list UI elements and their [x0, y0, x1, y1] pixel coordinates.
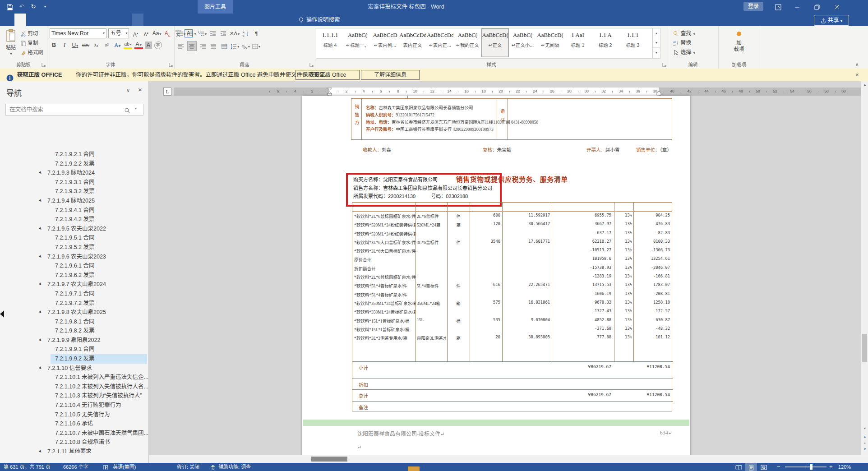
styles-dialog-launcher-icon[interactable] — [662, 63, 667, 67]
multilevel-list-button[interactable]: ▾ — [198, 29, 207, 38]
ribbon-tab[interactable] — [120, 14, 132, 26]
expand-triangle-icon[interactable]: ▶ — [37, 197, 45, 205]
justify-button[interactable] — [209, 42, 218, 51]
nav-heading-item[interactable]: ▶ 7.2.1.9.3 脉动2024 — [0, 168, 148, 178]
select-button[interactable]: 选择 ▾ — [673, 48, 695, 57]
expand-triangle-icon[interactable]: ▶ — [37, 169, 45, 177]
expand-triangle-icon[interactable]: ▶ — [37, 364, 45, 372]
show-hide-marks-button[interactable]: ¶ — [252, 29, 261, 38]
zoom-in-button[interactable]: + — [829, 463, 833, 471]
shrink-font-button[interactable]: A▾ — [142, 29, 150, 38]
distribute-button[interactable] — [220, 42, 229, 51]
nav-heading-item[interactable]: ▶ 7.2.1.9.6.2 发票 — [0, 271, 148, 280]
font-color-button[interactable]: A▾ — [134, 41, 143, 49]
ribbon-tab[interactable] — [97, 14, 108, 26]
subscript-button[interactable]: x₂ — [92, 41, 101, 50]
get-genuine-office-button[interactable]: 获取正版 Office — [295, 70, 360, 80]
style-item[interactable]: 1.1.1 标题 3 — [619, 28, 646, 57]
addins-button[interactable]: 加载项 — [718, 30, 760, 52]
tab-stop-selector[interactable]: L — [163, 88, 171, 96]
nav-heading-item[interactable]: ▶ 7.2.1.9.2.1 合同 — [0, 150, 148, 159]
nav-pane-options-icon[interactable]: ∨ — [126, 88, 130, 93]
nav-heading-item[interactable]: ▶ 7.2.1.10.7 未被中国石油天然气集团... — [0, 429, 148, 438]
expand-triangle-icon[interactable]: ▶ — [37, 308, 45, 316]
nav-heading-item[interactable]: ▶ 7.2.1.9.4.2 发票 — [0, 215, 148, 224]
nav-pane-close-icon[interactable]: × — [138, 86, 142, 93]
vertical-scroll-thumb[interactable] — [862, 334, 867, 362]
expand-triangle-icon[interactable]: ▶ — [37, 253, 45, 261]
accessibility-status[interactable]: 辅助功能: 调查 — [218, 463, 251, 471]
share-button[interactable]: 共享 ▾ — [814, 15, 849, 26]
vertical-scrollbar[interactable]: ▲ ▼ ▲ ● ▼ — [861, 81, 868, 455]
undo-icon[interactable]: ↶ — [17, 2, 26, 11]
nav-heading-item[interactable]: ▶ 7.2.1.9.3.1 合同 — [0, 178, 148, 187]
format-painter-button[interactable]: 格式刷 — [21, 48, 43, 57]
nav-search-box[interactable]: ▾ — [5, 104, 143, 115]
nav-heading-item[interactable]: ▶ 7.2.1.10.1 未被列入严重违法失信企... — [0, 373, 148, 382]
nav-heading-item[interactable]: ▶ 7.2.1.10.2 未被列入失信被执行人名... — [0, 382, 148, 392]
paste-button[interactable]: 粘贴▾ — [3, 29, 19, 56]
expand-triangle-icon[interactable]: ▶ — [37, 280, 45, 288]
superscript-button[interactable]: x² — [102, 41, 111, 50]
nav-heading-item[interactable]: ▶ 7.2.1.9.6 农夫山泉2023 — [0, 252, 148, 262]
horizontal-ruler[interactable]: 6422468101214161820222426283032343638404… — [174, 88, 861, 96]
zoom-slider-handle[interactable] — [810, 464, 813, 470]
decrease-indent-button[interactable] — [208, 29, 217, 38]
asian-layout-button[interactable]: ✕A▾ — [230, 29, 240, 38]
nav-heading-item[interactable]: ▶ 7.2.1.9.5.2 发票 — [0, 243, 148, 252]
search-options-icon[interactable]: ▾ — [135, 106, 137, 111]
clear-formatting-button[interactable]: A◣ — [163, 29, 172, 38]
shading-button[interactable]: ▾ — [241, 42, 250, 51]
track-changes-indicator[interactable]: 修订: 关闭 — [177, 463, 199, 471]
right-indent-marker-icon[interactable] — [656, 91, 662, 96]
search-icon[interactable] — [124, 106, 130, 114]
style-item[interactable]: AaBbCcD( ↵无间隔 — [536, 28, 564, 57]
ribbon-tab[interactable] — [26, 14, 38, 26]
nav-heading-item[interactable]: ▶ 7.2.1.9.9 泉阳泉2022 — [0, 336, 148, 345]
nav-heading-item[interactable]: ▶ 7.2.1.9.7.1 合同 — [0, 289, 148, 299]
strikethrough-button[interactable]: abc — [81, 41, 90, 50]
page-indicator[interactable]: 第 631 页，共 791 页 — [4, 463, 51, 471]
nav-heading-item[interactable]: ▶ 7.2.1.9.7 农夫山泉2024 — [0, 280, 148, 289]
style-item[interactable]: AaBbCcDdI 表内正文 — [399, 28, 426, 57]
bold-button[interactable]: B — [50, 41, 58, 50]
align-right-button[interactable] — [199, 42, 208, 51]
style-item[interactable]: 1 AaI 标题 1 — [564, 28, 591, 57]
highlight-button[interactable]: ab▾ — [124, 41, 132, 49]
text-effects-button[interactable]: A▾ — [113, 41, 122, 50]
paragraph-dialog-launcher-icon[interactable] — [309, 63, 314, 67]
close-warning-icon[interactable]: × — [855, 69, 859, 81]
horizontal-scrollbar[interactable] — [149, 455, 868, 463]
replace-button[interactable]: abac 替换 — [673, 38, 695, 48]
ribbon-tab[interactable] — [38, 14, 50, 26]
expand-triangle-icon[interactable]: ▶ — [37, 225, 45, 233]
ribbon-tab[interactable] — [108, 14, 120, 26]
style-item[interactable]: AaBbCcDdE ↵表内正... — [426, 28, 454, 57]
tell-me-search[interactable]: 操作说明搜索 — [298, 14, 340, 26]
sort-button[interactable]: AZ — [241, 29, 250, 38]
ribbon-tab[interactable] — [85, 14, 97, 26]
nav-heading-item[interactable]: ▶ 7.2.1.9.4.1 合同 — [0, 206, 148, 215]
change-case-button[interactable]: Aa▾ — [152, 29, 162, 38]
nav-heading-item[interactable]: ▶ 7.2.1.9.5.1 合同 — [0, 233, 148, 243]
restore-button[interactable] — [808, 0, 826, 14]
nav-heading-item[interactable]: ▶ 7.2.1.9.3.2 发票 — [0, 187, 148, 196]
close-button[interactable] — [828, 0, 845, 14]
nav-heading-item[interactable]: ▶ 7.2.1.11 其他要求 — [0, 447, 148, 453]
ribbon-tab[interactable] — [50, 14, 61, 26]
style-item[interactable]: AaBbC( ↵我的正文 — [454, 28, 481, 57]
nav-heading-item[interactable]: ▶ 7.2.1.9.8.1 合同 — [0, 317, 148, 327]
learn-more-button[interactable]: 了解详细信息 — [361, 70, 420, 80]
collapse-ribbon-icon[interactable]: ∧ — [855, 62, 859, 67]
minimize-button[interactable] — [789, 0, 806, 14]
horizontal-scroll-thumb[interactable] — [311, 457, 347, 462]
font-name-combo[interactable]: Times New Ror▾ — [50, 28, 106, 38]
find-button[interactable]: 查找 ▾ — [673, 29, 695, 38]
ribbon-tab[interactable] — [132, 14, 143, 26]
character-shading-button[interactable]: A — [145, 42, 152, 49]
style-item[interactable]: AaBbC( ↵正文小... — [509, 28, 536, 57]
style-item[interactable]: AaBbCcD ↵表内列... — [371, 28, 399, 57]
proofing-icon[interactable] — [103, 463, 109, 471]
underline-button[interactable]: U▾ — [71, 41, 79, 50]
line-spacing-button[interactable]: ▾ — [231, 42, 239, 51]
